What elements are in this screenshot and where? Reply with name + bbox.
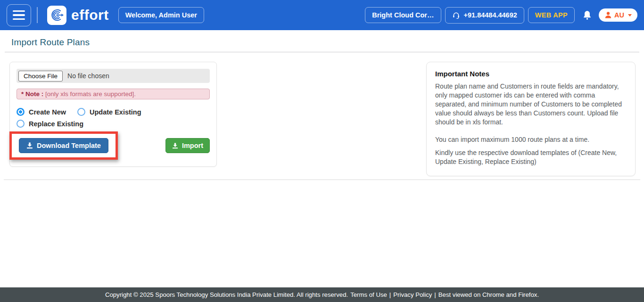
welcome-user-button[interactable]: Welcome, Admin User <box>118 7 204 23</box>
notes-title: Important Notes <box>435 70 627 78</box>
radio-checked-icon[interactable] <box>17 108 25 116</box>
menu-button[interactable] <box>7 4 31 26</box>
red-highlight-annotation: Download Template <box>9 131 118 160</box>
footer-separator: | <box>389 291 391 298</box>
radio-create-new[interactable]: Create New <box>17 108 66 116</box>
organization-button[interactable]: Bright Cloud Cor… <box>365 7 441 23</box>
format-note: * Note : [only xls formats are supported… <box>17 89 210 99</box>
avatar-initials: AU <box>614 11 624 19</box>
person-icon <box>604 11 612 19</box>
support-phone-label: +91.84484.44692 <box>464 11 517 19</box>
import-mode-radio-group: Create New Update Existing Replace Exist… <box>17 108 210 128</box>
page-title: Import Route Plans <box>11 37 644 48</box>
top-navbar: effort Welcome, Admin User Bright Cloud … <box>0 0 644 30</box>
chevron-down-icon <box>628 14 632 16</box>
download-icon <box>26 142 33 149</box>
radio-replace-existing[interactable]: Replace Existing <box>17 120 83 128</box>
import-button[interactable]: Import <box>165 138 210 153</box>
note-text: [only xls formats are supported]. <box>45 90 136 98</box>
effort-logo-icon[interactable] <box>47 6 66 25</box>
notes-paragraph: Kindly use the respective download templ… <box>435 148 627 166</box>
radio-unchecked-icon[interactable] <box>17 120 25 128</box>
brand-name: effort <box>71 8 109 22</box>
content-divider <box>4 180 640 180</box>
import-form-card: Choose File No file chosen * Note : [onl… <box>9 62 217 167</box>
terms-of-use-link[interactable]: Terms of Use <box>350 291 387 298</box>
file-upload-control[interactable]: Choose File No file chosen <box>17 69 210 83</box>
footer-separator: | <box>434 291 436 298</box>
menu-icon <box>13 10 25 12</box>
notes-paragraph: You can import maximum 1000 route plans … <box>435 135 627 144</box>
choose-file-button[interactable]: Choose File <box>18 71 63 82</box>
copyright-text: Copyright © 2025 Spoors Technology Solut… <box>105 291 348 298</box>
file-status-text: No file chosen <box>67 72 109 80</box>
web-app-button[interactable]: WEB APP <box>528 7 575 23</box>
bell-icon <box>582 10 592 21</box>
notes-paragraph: Route plan name and Customers in route f… <box>435 82 627 127</box>
radio-update-existing[interactable]: Update Existing <box>77 108 141 116</box>
download-icon <box>172 143 178 149</box>
title-divider <box>5 52 639 52</box>
notifications-button[interactable] <box>582 10 592 21</box>
user-avatar-menu[interactable]: AU <box>599 8 637 22</box>
privacy-policy-link[interactable]: Privacy Policy <box>393 291 432 298</box>
header-divider <box>37 7 38 23</box>
important-notes-card: Important Notes Route plan name and Cust… <box>426 62 636 176</box>
footer-bar: Copyright © 2025 Spoors Technology Solut… <box>0 287 644 302</box>
download-template-button[interactable]: Download Template <box>19 138 108 153</box>
headset-icon <box>452 11 460 19</box>
support-phone-button[interactable]: +91.84484.44692 <box>445 7 524 24</box>
radio-unchecked-icon[interactable] <box>77 108 85 116</box>
browser-note-text: Best viewed on Chrome and Firefox. <box>438 291 539 298</box>
note-prefix: * Note : <box>21 90 43 98</box>
